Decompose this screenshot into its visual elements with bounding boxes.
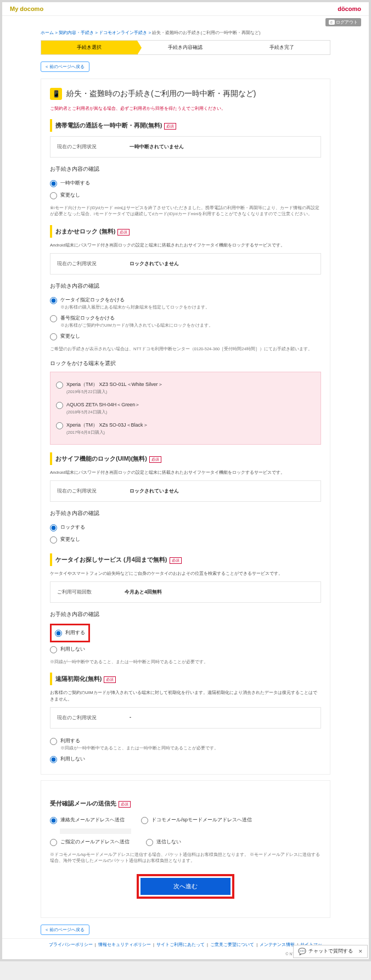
radio-suspend[interactable]: 一時中断する bbox=[50, 177, 321, 189]
next-button[interactable]: 次へ進む bbox=[140, 878, 231, 895]
device-1[interactable]: Xperia（TM） XZ3 SO-01L＜White Silver＞(2019… bbox=[56, 378, 315, 398]
section-search-heading: ケータイお探しサービス (月4回まで無料)必須 bbox=[50, 553, 321, 566]
radio-mail-custom[interactable]: ご指定のメールアドレスへ送信 bbox=[50, 836, 130, 848]
suspend-confirm-heading: お手続き内容の確認 bbox=[50, 165, 321, 173]
remote-status: 現在のご利用状況- bbox=[50, 707, 321, 729]
section-mail-heading: 受付確認メールの送信先必須 bbox=[50, 797, 321, 810]
device-3[interactable]: Xperia（TM） XZs SO-03J＜Black＞(2017年6月8日購入… bbox=[56, 418, 315, 439]
footer-security[interactable]: 情報セキュリティポリシー bbox=[98, 942, 151, 947]
radio-number-lock[interactable]: 番号指定ロックをかける※お客様がご契約中のUIMカードが挿入されている端末にロッ… bbox=[50, 312, 321, 331]
step-2: 手続き内容確認 bbox=[137, 41, 233, 54]
crumb-online[interactable]: ドコモオンライン手続き bbox=[99, 30, 147, 35]
section-osaifu-heading: おサイフ機能のロック(UIM)(無料)必須 bbox=[50, 452, 321, 465]
osaifu-status: 現在のご利用状況ロックされていません bbox=[50, 480, 321, 502]
radio-lock[interactable]: ロックする bbox=[50, 522, 321, 534]
mail-note: ※ドコモメール/spモードメールアドレスに送信する場合、パケット通信料はお客様負… bbox=[50, 852, 321, 864]
radio-nochange-2[interactable]: 変更なし bbox=[50, 331, 321, 343]
breadcrumb: ホーム > 契約内容・手続き > ドコモオンライン手続き > 紛失・盗難時のお手… bbox=[2, 29, 369, 37]
omakase-status: 現在のご利用状況ロックされていません bbox=[50, 253, 321, 275]
radio-notuse-remote[interactable]: 利用しない bbox=[50, 753, 321, 765]
logo-docomo: döcomo bbox=[338, 5, 361, 12]
step-indicator: 手続き選択 手続き内容確認 手続き完了 bbox=[41, 40, 330, 55]
footer-terms[interactable]: サイトご利用にあたって bbox=[156, 942, 205, 947]
back-button[interactable]: < 前のページへ戻る bbox=[41, 61, 89, 72]
close-icon[interactable]: ✕ bbox=[358, 949, 363, 954]
suspend-note: ※iモード向けカード(ID)/dカード miniはサービスを終了させていただきま… bbox=[50, 205, 321, 217]
crumb-home[interactable]: ホーム bbox=[41, 30, 54, 35]
step-3: 手続き完了 bbox=[234, 41, 330, 54]
page-title: 紛失・盗難時のお手続き(ご利用の一時中断・再開など) bbox=[66, 89, 256, 99]
warning-text: ご契約者とご利用者が異なる場合、必ずご利用者から回答を得たうえでご利用ください。 bbox=[50, 105, 321, 111]
search-confirm-heading: お手続き内容の確認 bbox=[50, 611, 321, 618]
footer-feedback[interactable]: ご意見ご要望について bbox=[210, 942, 254, 947]
crumb-current: 紛失・盗難時のお手続き(ご利用の一時中断・再開など) bbox=[152, 30, 260, 35]
omakase-confirm-heading: お手続き内容の確認 bbox=[50, 282, 321, 290]
device-list: Xperia（TM） XZ3 SO-01L＜White Silver＞(2019… bbox=[50, 372, 321, 445]
section-remote-heading: 遠隔初期化(無料)必須 bbox=[50, 673, 321, 685]
section-suspend-heading: 携帯電話の通話を一時中断・再開(無料)必須 bbox=[50, 119, 321, 132]
device-2[interactable]: AQUOS ZETA SH-04H＜Green＞(2018年5月24日購入) bbox=[56, 398, 315, 418]
highlight-use: 利用する bbox=[50, 624, 90, 642]
step-1: 手続き選択 bbox=[41, 41, 137, 54]
footer-privacy[interactable]: プライバシーポリシー bbox=[49, 942, 93, 947]
osaifu-desc: Android端末にパスワード付き画面ロックの設定と端末に搭載されたおサイフケー… bbox=[50, 469, 321, 476]
radio-nochange-3[interactable]: 変更なし bbox=[50, 534, 321, 546]
highlight-next: 次へ進む bbox=[137, 874, 234, 899]
radio-mail-contact[interactable]: 連絡先メールアドレスへ送信 bbox=[50, 814, 125, 826]
remote-desc: お客様のご契約のUIMカードが挿入されている端末に対して初期化を行います。遠隔初… bbox=[50, 690, 321, 703]
omakase-desc: Android端末にパスワード付き画面ロックの設定と端末に搭載されたおサイフケー… bbox=[50, 242, 321, 249]
phone-lock-icon: 📱 bbox=[50, 88, 62, 100]
suspend-status: 現在のご利用状況一時中断されていません bbox=[50, 136, 321, 158]
logo-mydocomo[interactable]: My docomo bbox=[10, 5, 43, 12]
osaifu-confirm-heading: お手続き内容の確認 bbox=[50, 509, 321, 517]
back-button-bottom[interactable]: < 前のページへ戻る bbox=[41, 925, 89, 935]
search-desc: ケータイやスマートフォンの紛失時などにご自身のケータイのおおよその位置を検索する… bbox=[50, 570, 321, 577]
search-count: ご利用可能回数今月あと4回無料 bbox=[50, 581, 321, 603]
crumb-contract[interactable]: 契約内容・手続き bbox=[59, 30, 94, 35]
chat-icon: 💬 bbox=[298, 948, 306, 955]
logout-button[interactable]: ログアウト bbox=[325, 18, 361, 26]
radio-mail-docomo[interactable]: ドコモメール/spモードメールアドレスへ送信 bbox=[141, 814, 252, 826]
radio-notuse-search[interactable]: 利用しない bbox=[50, 643, 321, 656]
radio-nochange-1[interactable]: 変更なし bbox=[50, 189, 321, 201]
search-note: ※回線が一時中断中であること、または一時中断と同時であることが必要です。 bbox=[50, 659, 321, 665]
radio-use-remote[interactable]: 利用する※回線が一時中断中であること、または一時中断と同時であることが必要です。 bbox=[50, 735, 321, 753]
radio-keitai-lock[interactable]: ケータイ指定ロックをかける※お客様の購入履歴にある端末から対象端末を指定してロッ… bbox=[50, 294, 321, 312]
masked-email bbox=[60, 828, 131, 834]
section-omakase-heading: おまかせロック (無料)必須 bbox=[50, 225, 321, 238]
omakase-note: ご希望のお手続きが表示されない場合は、NTTドコモ利用中断センター（0120-5… bbox=[50, 346, 321, 352]
chat-button[interactable]: 💬 チャットで質問する ✕ bbox=[293, 945, 368, 958]
footer-maintenance[interactable]: メンテナンス情報 bbox=[260, 942, 295, 947]
radio-mail-none[interactable]: 送信しない bbox=[146, 836, 181, 848]
device-select-heading: ロックをかける端末を選択 bbox=[50, 360, 321, 367]
radio-use-search[interactable]: 利用する bbox=[55, 627, 85, 639]
